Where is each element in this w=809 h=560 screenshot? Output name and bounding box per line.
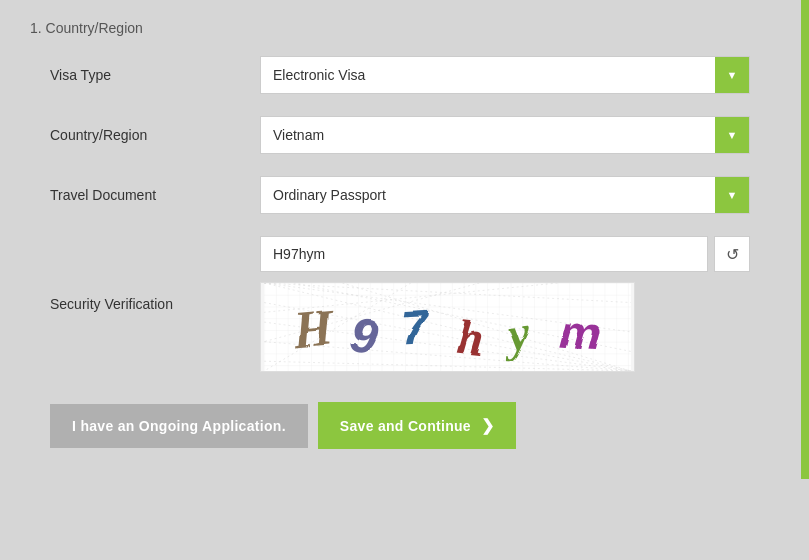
country-region-wrapper: Vietnam China Japan Korea xyxy=(260,116,750,154)
travel-document-select-wrapper: Ordinary Passport Official Passport Dipl… xyxy=(260,176,750,214)
captcha-image: H 9 7 h y m xyxy=(260,282,635,372)
ongoing-application-button[interactable]: I have an Ongoing Application. xyxy=(50,404,308,448)
captcha-input-row: ↺ xyxy=(260,236,750,272)
green-side-bar xyxy=(801,0,809,479)
section-title: 1. Country/Region xyxy=(30,20,779,36)
svg-text:m: m xyxy=(557,305,602,360)
main-container: 1. Country/Region Visa Type Electronic V… xyxy=(0,0,809,479)
svg-text:7: 7 xyxy=(399,300,430,353)
visa-type-wrapper: Electronic Visa Work Visa Student Visa xyxy=(260,56,750,94)
security-verification-label: Security Verification xyxy=(30,296,260,312)
travel-document-select[interactable]: Ordinary Passport Official Passport Dipl… xyxy=(261,177,749,213)
visa-type-row: Visa Type Electronic Visa Work Visa Stud… xyxy=(30,56,779,94)
travel-document-label: Travel Document xyxy=(30,187,260,203)
visa-type-label: Visa Type xyxy=(30,67,260,83)
save-continue-label: Save and Continue xyxy=(340,418,471,434)
visa-type-select[interactable]: Electronic Visa Work Visa Student Visa xyxy=(261,57,749,93)
country-region-select-wrapper: Vietnam China Japan Korea xyxy=(260,116,750,154)
refresh-captcha-button[interactable]: ↺ xyxy=(714,236,750,272)
country-region-row: Country/Region Vietnam China Japan Korea xyxy=(30,116,779,154)
button-row: I have an Ongoing Application. Save and … xyxy=(30,402,779,449)
save-continue-button[interactable]: Save and Continue ❯ xyxy=(318,402,516,449)
travel-document-wrapper: Ordinary Passport Official Passport Dipl… xyxy=(260,176,750,214)
travel-document-row: Travel Document Ordinary Passport Offici… xyxy=(30,176,779,214)
captcha-svg: H 9 7 h y m xyxy=(261,283,634,371)
country-region-select[interactable]: Vietnam China Japan Korea xyxy=(261,117,749,153)
visa-type-select-wrapper: Electronic Visa Work Visa Student Visa xyxy=(260,56,750,94)
security-verification-row: Security Verification ↺ xyxy=(30,236,779,372)
country-region-label: Country/Region xyxy=(30,127,260,143)
security-verification-wrapper: ↺ xyxy=(260,236,750,372)
svg-text:H: H xyxy=(289,298,336,357)
captcha-input[interactable] xyxy=(260,236,708,272)
save-arrow-icon: ❯ xyxy=(481,416,494,435)
svg-text:h: h xyxy=(454,308,487,366)
